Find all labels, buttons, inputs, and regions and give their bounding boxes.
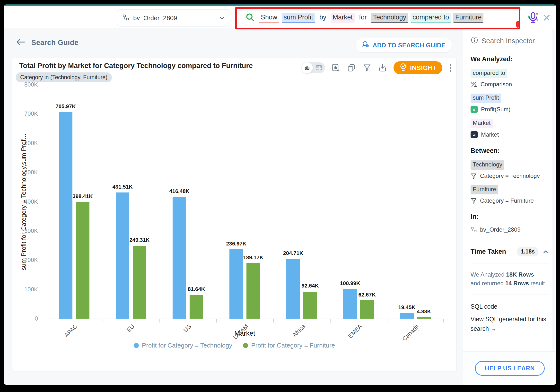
back-arrow-icon[interactable] [15, 37, 26, 48]
sql-code-label: SQL code [470, 303, 549, 310]
divider [470, 263, 549, 263]
inspector-token[interactable]: compared to [470, 69, 507, 78]
bar-value-label: 4.88K [417, 308, 431, 315]
time-taken-badge: 1.18s [517, 247, 538, 256]
bar-canada-technology[interactable] [400, 313, 414, 319]
time-taken-label: Time Taken [470, 248, 506, 255]
legend-item[interactable]: Profit for Category = Furniture [243, 342, 335, 349]
bar-us-furniture[interactable] [190, 295, 203, 319]
bar-emea-technology[interactable] [343, 289, 357, 319]
y-tick-label: 100K [21, 286, 38, 293]
insight-bulb-icon [399, 63, 407, 73]
search-token[interactable]: Market [331, 13, 355, 23]
breadcrumb: Search Guide [15, 37, 78, 48]
chart-legend: Profit for Category = TechnologyProfit f… [12, 342, 456, 349]
microphone-icon[interactable] [526, 11, 540, 25]
bar-value-label: 204.71K [283, 250, 303, 256]
search-inspector-panel: Search Inspector We Analyzed:compared to… [463, 28, 556, 385]
view-sql-link[interactable]: View SQL generated for this search → [470, 314, 549, 333]
bar-canada-furniture[interactable] [417, 317, 431, 319]
chevron-up-icon[interactable] [542, 248, 549, 255]
x-tick-mark [46, 319, 46, 322]
bar-africa-furniture[interactable] [303, 292, 317, 319]
inspector-title: Search Inspector [481, 37, 535, 45]
x-axis-title: Market [46, 330, 444, 337]
panel-scrollbar[interactable] [552, 29, 555, 351]
search-token[interactable]: compared to [410, 13, 451, 23]
y-tick-label: 600K [21, 140, 38, 147]
chevron-down-icon[interactable] [218, 14, 226, 22]
svg-text:i: i [367, 45, 368, 47]
search-token[interactable]: sum Profit [282, 13, 315, 23]
main-content: Search Guide i ADD TO SEARCH GUIDE Total… [4, 28, 463, 385]
dataset-icon [122, 14, 129, 22]
y-tick-label: 400K [21, 198, 38, 205]
bar-value-label: 62.67K [359, 292, 376, 298]
add-chart-icon[interactable] [331, 63, 340, 72]
inspector-token[interactable]: Market [470, 119, 493, 128]
inspector-token[interactable]: Technology [470, 161, 504, 170]
bar-value-label: 92.64K [302, 283, 319, 289]
search-token[interactable]: Technology [371, 13, 408, 23]
chart-view-icon[interactable] [302, 62, 313, 73]
search-query-tokens: Showsum ProfitbyMarketforTechnologycompa… [259, 13, 483, 23]
help-us-learn-button[interactable]: HELP US LEARN [475, 361, 545, 376]
bar-eu-furniture[interactable] [133, 246, 146, 319]
add-guide-icon: i [362, 40, 370, 50]
bar-eu-technology[interactable] [116, 192, 129, 319]
download-icon[interactable] [378, 63, 387, 72]
page-title[interactable]: Search Guide [31, 38, 78, 47]
search-token[interactable]: for [357, 13, 369, 23]
table-view-icon[interactable] [313, 65, 325, 71]
legend-dot [134, 343, 139, 348]
x-tick-mark [216, 319, 217, 322]
insight-button[interactable]: INSIGHT [393, 61, 442, 74]
y-tick-label: 0 [21, 315, 38, 322]
view-toggle[interactable] [302, 62, 325, 73]
add-to-search-guide-button[interactable]: i ADD TO SEARCH GUIDE [356, 38, 452, 52]
info-icon [470, 36, 478, 46]
dataset-name: bv_Order_2809 [133, 14, 177, 22]
search-token[interactable]: by [317, 13, 328, 23]
plot-area: APACEUUSLATAMAfricaEMEACanada 705.97K398… [46, 85, 444, 319]
bar-africa-technology[interactable] [286, 259, 300, 319]
inspector-item-label: bv_Order_2809 [480, 226, 521, 233]
y-tick-label: 700K [21, 110, 38, 117]
more-options-icon[interactable] [449, 63, 452, 73]
filter-icon[interactable] [362, 63, 372, 72]
bar-apac-furniture[interactable] [76, 202, 90, 319]
bar-emea-furniture[interactable] [360, 300, 374, 319]
bar-value-label: 416.48K [169, 188, 189, 194]
rows-analyzed-text: We Analyzed 18K Rows and returned 14 Row… [470, 270, 549, 288]
bar-value-label: 81.64K [188, 286, 205, 292]
search-input[interactable]: Showsum ProfitbyMarketforTechnologycompa… [241, 9, 518, 27]
search-token[interactable]: Show [259, 13, 279, 23]
search-token[interactable]: Furniture [453, 13, 483, 23]
top-bar: bv_Order_2809 Showsum ProfitbyMarketforT… [4, 6, 556, 28]
comparison-icon [470, 81, 477, 88]
inspector-item: MarketaMarket [470, 119, 549, 138]
inspector-item-label: Market [481, 131, 499, 138]
add-guide-label: ADD TO SEARCH GUIDE [373, 42, 446, 49]
legend-item[interactable]: Profit for Category = Technology [134, 342, 232, 349]
dataset-selector[interactable]: bv_Order_2809 [117, 10, 231, 27]
x-tick-mark [443, 319, 444, 322]
bar-value-label: 249.31K [129, 237, 150, 243]
y-tick-label: 500K [21, 169, 38, 176]
legend-label: Profit for Category = Furniture [251, 342, 335, 349]
close-icon[interactable]: ✕ [540, 11, 553, 25]
bar-latam-technology[interactable] [230, 249, 243, 319]
filter-pill[interactable]: Category in (Technology, Furniture) [16, 72, 112, 82]
inspector-item-label: Profit(Sum) [481, 106, 510, 113]
inspector-token[interactable]: Furniture [470, 185, 498, 194]
bar-apac-technology[interactable] [59, 112, 72, 319]
inspector-heading: Between: [470, 147, 549, 155]
x-tick-mark [387, 319, 387, 322]
inspector-heading: In: [470, 213, 549, 221]
duplicate-icon[interactable] [347, 63, 356, 72]
inspector-item: sum Profit#Profit(Sum) [470, 94, 549, 113]
bar-us-technology[interactable] [173, 197, 186, 319]
filter-icon [470, 198, 477, 204]
inspector-token[interactable]: sum Profit [470, 94, 501, 103]
bar-latam-furniture[interactable] [246, 263, 260, 319]
